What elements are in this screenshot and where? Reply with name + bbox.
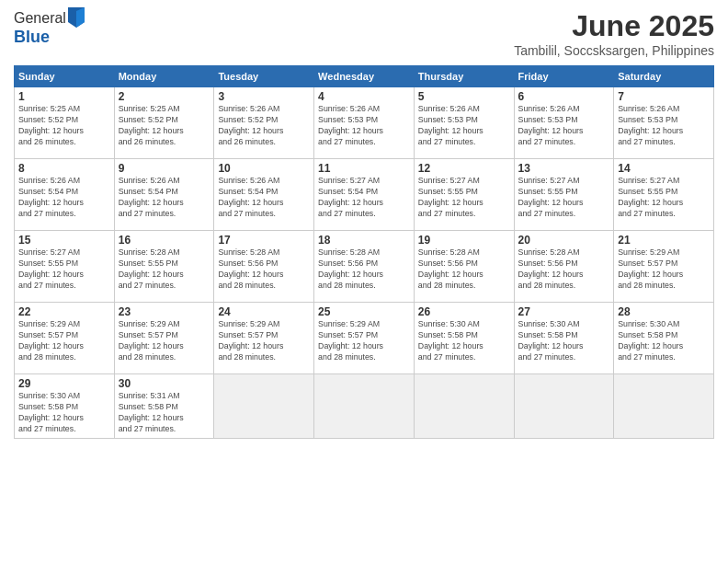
calendar-cell: 12Sunrise: 5:27 AM Sunset: 5:55 PM Dayli… — [414, 159, 514, 231]
day-info: Sunrise: 5:28 AM Sunset: 5:56 PM Dayligh… — [318, 247, 410, 292]
day-info: Sunrise: 5:27 AM Sunset: 5:55 PM Dayligh… — [618, 176, 710, 220]
calendar-cell: 9Sunrise: 5:26 AM Sunset: 5:54 PM Daylig… — [114, 159, 214, 231]
calendar-cell: 5Sunrise: 5:26 AM Sunset: 5:53 PM Daylig… — [414, 87, 514, 159]
week-row-5: 29Sunrise: 5:30 AM Sunset: 5:58 PM Dayli… — [15, 374, 714, 439]
day-number: 10 — [218, 162, 310, 175]
day-number: 2 — [119, 90, 210, 103]
calendar-cell: 11Sunrise: 5:27 AM Sunset: 5:54 PM Dayli… — [314, 159, 415, 231]
calendar-cell: 15Sunrise: 5:27 AM Sunset: 5:55 PM Dayli… — [15, 231, 115, 303]
col-header-friday: Friday — [514, 66, 614, 87]
day-number: 14 — [618, 162, 710, 175]
day-info: Sunrise: 5:27 AM Sunset: 5:55 PM Dayligh… — [418, 176, 510, 220]
day-info: Sunrise: 5:26 AM Sunset: 5:54 PM Dayligh… — [119, 176, 210, 220]
calendar-table: SundayMondayTuesdayWednesdayThursdayFrid… — [14, 65, 714, 439]
week-row-4: 22Sunrise: 5:29 AM Sunset: 5:57 PM Dayli… — [15, 303, 714, 374]
day-info: Sunrise: 5:26 AM Sunset: 5:54 PM Dayligh… — [18, 176, 110, 220]
calendar-cell: 2Sunrise: 5:25 AM Sunset: 5:52 PM Daylig… — [114, 87, 214, 159]
day-number: 6 — [518, 90, 610, 103]
day-info: Sunrise: 5:31 AM Sunset: 5:58 PM Dayligh… — [119, 391, 210, 435]
day-number: 5 — [418, 90, 510, 103]
calendar-cell: 10Sunrise: 5:26 AM Sunset: 5:54 PM Dayli… — [214, 159, 314, 231]
col-header-monday: Monday — [114, 66, 214, 87]
title-block: June 2025 Tambilil, Soccsksargen, Philip… — [514, 9, 714, 58]
calendar-cell — [414, 374, 514, 439]
day-number: 26 — [418, 305, 510, 318]
calendar-cell — [514, 374, 614, 439]
day-info: Sunrise: 5:25 AM Sunset: 5:52 PM Dayligh… — [18, 104, 110, 148]
day-number: 8 — [18, 162, 110, 175]
day-info: Sunrise: 5:29 AM Sunset: 5:57 PM Dayligh… — [218, 319, 310, 363]
day-info: Sunrise: 5:30 AM Sunset: 5:58 PM Dayligh… — [418, 319, 510, 363]
calendar-cell: 25Sunrise: 5:29 AM Sunset: 5:57 PM Dayli… — [314, 303, 415, 374]
calendar-cell: 4Sunrise: 5:26 AM Sunset: 5:53 PM Daylig… — [314, 87, 415, 159]
day-info: Sunrise: 5:27 AM Sunset: 5:54 PM Dayligh… — [318, 176, 410, 220]
header-row: SundayMondayTuesdayWednesdayThursdayFrid… — [15, 66, 714, 87]
calendar-cell: 17Sunrise: 5:28 AM Sunset: 5:56 PM Dayli… — [214, 231, 314, 303]
day-number: 15 — [18, 234, 110, 247]
day-info: Sunrise: 5:29 AM Sunset: 5:57 PM Dayligh… — [318, 319, 410, 363]
day-number: 19 — [418, 234, 510, 247]
day-number: 18 — [318, 234, 410, 247]
col-header-wednesday: Wednesday — [314, 66, 415, 87]
calendar-cell: 28Sunrise: 5:30 AM Sunset: 5:58 PM Dayli… — [614, 303, 714, 374]
day-number: 24 — [218, 305, 310, 318]
day-info: Sunrise: 5:28 AM Sunset: 5:56 PM Dayligh… — [518, 247, 610, 292]
calendar-cell: 7Sunrise: 5:26 AM Sunset: 5:53 PM Daylig… — [614, 87, 714, 159]
day-info: Sunrise: 5:29 AM Sunset: 5:57 PM Dayligh… — [119, 319, 210, 363]
calendar-cell: 1Sunrise: 5:25 AM Sunset: 5:52 PM Daylig… — [15, 87, 115, 159]
day-info: Sunrise: 5:30 AM Sunset: 5:58 PM Dayligh… — [518, 319, 610, 363]
day-number: 27 — [518, 305, 610, 318]
day-number: 17 — [218, 234, 310, 247]
logo-general-text: General — [14, 10, 66, 27]
col-header-tuesday: Tuesday — [214, 66, 314, 87]
calendar-cell: 6Sunrise: 5:26 AM Sunset: 5:53 PM Daylig… — [514, 87, 614, 159]
day-number: 4 — [318, 90, 410, 103]
calendar-cell — [214, 374, 314, 439]
day-info: Sunrise: 5:25 AM Sunset: 5:52 PM Dayligh… — [119, 104, 210, 148]
calendar-cell — [314, 374, 415, 439]
calendar-location: Tambilil, Soccsksargen, Philippines — [514, 43, 714, 58]
calendar-cell: 16Sunrise: 5:28 AM Sunset: 5:55 PM Dayli… — [114, 231, 214, 303]
calendar-cell: 27Sunrise: 5:30 AM Sunset: 5:58 PM Dayli… — [514, 303, 614, 374]
day-info: Sunrise: 5:30 AM Sunset: 5:58 PM Dayligh… — [18, 391, 110, 435]
day-info: Sunrise: 5:26 AM Sunset: 5:54 PM Dayligh… — [218, 176, 310, 220]
col-header-thursday: Thursday — [414, 66, 514, 87]
day-info: Sunrise: 5:26 AM Sunset: 5:53 PM Dayligh… — [518, 104, 610, 148]
day-number: 1 — [18, 90, 110, 103]
calendar-cell: 14Sunrise: 5:27 AM Sunset: 5:55 PM Dayli… — [614, 159, 714, 231]
day-info: Sunrise: 5:28 AM Sunset: 5:55 PM Dayligh… — [119, 247, 210, 292]
day-info: Sunrise: 5:29 AM Sunset: 5:57 PM Dayligh… — [618, 247, 710, 292]
week-row-1: 1Sunrise: 5:25 AM Sunset: 5:52 PM Daylig… — [15, 87, 714, 159]
header: General Blue June 2025 Tambilil, Soccsks… — [14, 9, 714, 58]
day-number: 28 — [618, 305, 710, 318]
calendar-cell: 26Sunrise: 5:30 AM Sunset: 5:58 PM Dayli… — [414, 303, 514, 374]
day-info: Sunrise: 5:30 AM Sunset: 5:58 PM Dayligh… — [618, 319, 710, 363]
day-number: 7 — [618, 90, 710, 103]
calendar-cell: 8Sunrise: 5:26 AM Sunset: 5:54 PM Daylig… — [15, 159, 115, 231]
day-number: 30 — [119, 377, 210, 390]
calendar-cell — [614, 374, 714, 439]
day-info: Sunrise: 5:28 AM Sunset: 5:56 PM Dayligh… — [418, 247, 510, 292]
day-info: Sunrise: 5:27 AM Sunset: 5:55 PM Dayligh… — [518, 176, 610, 220]
page: General Blue June 2025 Tambilil, Soccsks… — [0, 0, 728, 563]
day-number: 13 — [518, 162, 610, 175]
calendar-cell: 3Sunrise: 5:26 AM Sunset: 5:52 PM Daylig… — [214, 87, 314, 159]
logo: General Blue — [14, 9, 85, 47]
calendar-cell: 22Sunrise: 5:29 AM Sunset: 5:57 PM Dayli… — [15, 303, 115, 374]
day-number: 29 — [18, 377, 110, 390]
logo-blue-text: Blue — [14, 28, 50, 46]
day-info: Sunrise: 5:27 AM Sunset: 5:55 PM Dayligh… — [18, 247, 110, 292]
logo-icon — [68, 7, 85, 28]
week-row-2: 8Sunrise: 5:26 AM Sunset: 5:54 PM Daylig… — [15, 159, 714, 231]
calendar-cell: 19Sunrise: 5:28 AM Sunset: 5:56 PM Dayli… — [414, 231, 514, 303]
day-info: Sunrise: 5:29 AM Sunset: 5:57 PM Dayligh… — [18, 319, 110, 363]
day-number: 16 — [119, 234, 210, 247]
calendar-title: June 2025 — [514, 9, 714, 43]
calendar-cell: 13Sunrise: 5:27 AM Sunset: 5:55 PM Dayli… — [514, 159, 614, 231]
day-number: 23 — [119, 305, 210, 318]
day-number: 21 — [618, 234, 710, 247]
col-header-sunday: Sunday — [15, 66, 115, 87]
day-number: 3 — [218, 90, 310, 103]
day-info: Sunrise: 5:28 AM Sunset: 5:56 PM Dayligh… — [218, 247, 310, 292]
calendar-cell: 24Sunrise: 5:29 AM Sunset: 5:57 PM Dayli… — [214, 303, 314, 374]
